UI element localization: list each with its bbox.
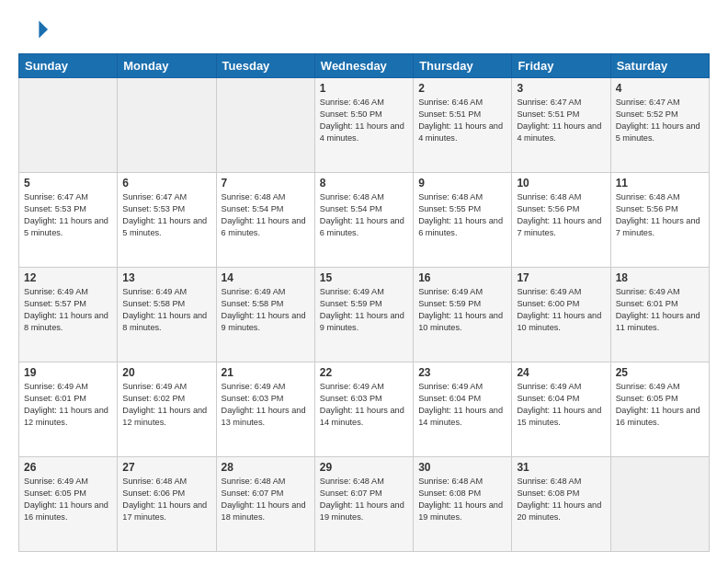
day-number: 19 [24, 366, 112, 379]
page: SundayMondayTuesdayWednesdayThursdayFrid… [0, 0, 728, 563]
day-info: Sunrise: 6:49 AM Sunset: 6:03 PM Dayligh… [320, 381, 408, 429]
calendar-week-row: 1Sunrise: 6:46 AM Sunset: 5:50 PM Daylig… [19, 78, 710, 173]
calendar-day-header: Tuesday [216, 54, 314, 78]
day-info: Sunrise: 6:49 AM Sunset: 6:01 PM Dayligh… [24, 381, 112, 429]
day-number: 9 [418, 177, 506, 190]
calendar-day-cell: 30Sunrise: 6:48 AM Sunset: 6:08 PM Dayli… [414, 457, 512, 552]
calendar-day-header: Monday [118, 54, 216, 78]
calendar-day-header: Friday [512, 54, 610, 78]
calendar-day-cell: 6Sunrise: 6:47 AM Sunset: 5:53 PM Daylig… [118, 173, 216, 268]
calendar-day-cell: 18Sunrise: 6:49 AM Sunset: 6:01 PM Dayli… [610, 268, 709, 362]
day-info: Sunrise: 6:49 AM Sunset: 6:05 PM Dayligh… [24, 476, 112, 523]
day-info: Sunrise: 6:49 AM Sunset: 6:04 PM Dayligh… [517, 381, 605, 429]
day-info: Sunrise: 6:49 AM Sunset: 6:02 PM Dayligh… [122, 381, 210, 429]
day-number: 21 [222, 366, 310, 379]
day-info: Sunrise: 6:48 AM Sunset: 6:07 PM Dayligh… [320, 476, 408, 523]
calendar-day-cell: 14Sunrise: 6:49 AM Sunset: 5:58 PM Dayli… [216, 268, 314, 362]
day-number: 4 [616, 82, 704, 95]
calendar-day-cell: 27Sunrise: 6:48 AM Sunset: 6:06 PM Dayli… [118, 457, 216, 552]
day-info: Sunrise: 6:48 AM Sunset: 5:54 PM Dayligh… [222, 191, 310, 239]
calendar-header-row: SundayMondayTuesdayWednesdayThursdayFrid… [19, 54, 710, 78]
day-number: 8 [320, 177, 408, 190]
day-info: Sunrise: 6:49 AM Sunset: 6:04 PM Dayligh… [418, 381, 506, 429]
calendar-day-cell: 29Sunrise: 6:48 AM Sunset: 6:07 PM Dayli… [314, 457, 413, 552]
calendar-day-cell: 8Sunrise: 6:48 AM Sunset: 5:54 PM Daylig… [314, 173, 413, 268]
calendar-day-cell: 10Sunrise: 6:48 AM Sunset: 5:56 PM Dayli… [512, 173, 610, 268]
day-number: 11 [616, 177, 704, 190]
day-number: 5 [24, 177, 112, 190]
day-info: Sunrise: 6:49 AM Sunset: 6:00 PM Dayligh… [517, 286, 605, 334]
calendar-day-cell: 9Sunrise: 6:48 AM Sunset: 5:55 PM Daylig… [414, 173, 512, 268]
day-number: 1 [320, 82, 408, 95]
calendar-day-cell: 17Sunrise: 6:49 AM Sunset: 6:00 PM Dayli… [512, 268, 610, 362]
calendar-day-header: Wednesday [314, 54, 413, 78]
day-info: Sunrise: 6:47 AM Sunset: 5:53 PM Dayligh… [24, 191, 112, 239]
header [18, 15, 710, 44]
day-info: Sunrise: 6:48 AM Sunset: 6:08 PM Dayligh… [517, 476, 605, 523]
day-number: 20 [122, 366, 210, 379]
calendar-day-cell: 23Sunrise: 6:49 AM Sunset: 6:04 PM Dayli… [414, 362, 512, 457]
calendar-day-cell: 24Sunrise: 6:49 AM Sunset: 6:04 PM Dayli… [512, 362, 610, 457]
day-info: Sunrise: 6:48 AM Sunset: 6:06 PM Dayligh… [122, 476, 210, 523]
day-info: Sunrise: 6:47 AM Sunset: 5:53 PM Dayligh… [122, 191, 210, 239]
calendar-day-cell: 19Sunrise: 6:49 AM Sunset: 6:01 PM Dayli… [19, 362, 118, 457]
calendar-day-cell: 21Sunrise: 6:49 AM Sunset: 6:03 PM Dayli… [216, 362, 314, 457]
calendar-day-header: Sunday [19, 54, 118, 78]
day-info: Sunrise: 6:48 AM Sunset: 6:08 PM Dayligh… [418, 476, 506, 523]
calendar-day-header: Saturday [610, 54, 709, 78]
day-info: Sunrise: 6:48 AM Sunset: 6:07 PM Dayligh… [222, 476, 310, 523]
day-number: 16 [418, 271, 506, 284]
day-info: Sunrise: 6:49 AM Sunset: 6:01 PM Dayligh… [616, 286, 704, 334]
calendar-day-header: Thursday [414, 54, 512, 78]
day-number: 30 [418, 461, 506, 474]
day-number: 15 [320, 271, 408, 284]
calendar-table: SundayMondayTuesdayWednesdayThursdayFrid… [18, 53, 710, 552]
day-number: 29 [320, 461, 408, 474]
day-info: Sunrise: 6:49 AM Sunset: 5:59 PM Dayligh… [320, 286, 408, 334]
day-info: Sunrise: 6:47 AM Sunset: 5:51 PM Dayligh… [517, 97, 605, 144]
day-info: Sunrise: 6:49 AM Sunset: 6:03 PM Dayligh… [222, 381, 310, 429]
logo-icon [18, 15, 48, 44]
day-number: 25 [616, 366, 704, 379]
day-number: 14 [222, 271, 310, 284]
calendar-day-cell: 3Sunrise: 6:47 AM Sunset: 5:51 PM Daylig… [512, 78, 610, 173]
day-number: 12 [24, 271, 112, 284]
day-number: 2 [418, 82, 506, 95]
calendar-day-cell: 15Sunrise: 6:49 AM Sunset: 5:59 PM Dayli… [314, 268, 413, 362]
day-number: 17 [517, 271, 605, 284]
day-number: 26 [24, 461, 112, 474]
day-info: Sunrise: 6:49 AM Sunset: 6:05 PM Dayligh… [616, 381, 704, 429]
day-number: 23 [418, 366, 506, 379]
day-info: Sunrise: 6:48 AM Sunset: 5:55 PM Dayligh… [418, 191, 506, 239]
calendar-week-row: 26Sunrise: 6:49 AM Sunset: 6:05 PM Dayli… [19, 457, 710, 552]
calendar-day-cell: 2Sunrise: 6:46 AM Sunset: 5:51 PM Daylig… [414, 78, 512, 173]
day-number: 13 [122, 271, 210, 284]
calendar-day-cell: 5Sunrise: 6:47 AM Sunset: 5:53 PM Daylig… [19, 173, 118, 268]
day-info: Sunrise: 6:46 AM Sunset: 5:50 PM Dayligh… [320, 97, 408, 144]
day-number: 24 [517, 366, 605, 379]
calendar-week-row: 12Sunrise: 6:49 AM Sunset: 5:57 PM Dayli… [19, 268, 710, 362]
day-number: 10 [517, 177, 605, 190]
calendar-day-cell: 12Sunrise: 6:49 AM Sunset: 5:57 PM Dayli… [19, 268, 118, 362]
logo [18, 15, 51, 44]
day-info: Sunrise: 6:48 AM Sunset: 5:56 PM Dayligh… [517, 191, 605, 239]
day-number: 7 [222, 177, 310, 190]
calendar-day-cell: 25Sunrise: 6:49 AM Sunset: 6:05 PM Dayli… [610, 362, 709, 457]
day-number: 28 [222, 461, 310, 474]
day-number: 22 [320, 366, 408, 379]
calendar-day-cell: 22Sunrise: 6:49 AM Sunset: 6:03 PM Dayli… [314, 362, 413, 457]
calendar-day-cell: 1Sunrise: 6:46 AM Sunset: 5:50 PM Daylig… [314, 78, 413, 173]
calendar-week-row: 19Sunrise: 6:49 AM Sunset: 6:01 PM Dayli… [19, 362, 710, 457]
calendar-day-cell: 28Sunrise: 6:48 AM Sunset: 6:07 PM Dayli… [216, 457, 314, 552]
day-info: Sunrise: 6:48 AM Sunset: 5:56 PM Dayligh… [616, 191, 704, 239]
calendar-day-cell: 13Sunrise: 6:49 AM Sunset: 5:58 PM Dayli… [118, 268, 216, 362]
calendar-day-cell: 20Sunrise: 6:49 AM Sunset: 6:02 PM Dayli… [118, 362, 216, 457]
day-number: 31 [517, 461, 605, 474]
day-info: Sunrise: 6:49 AM Sunset: 5:59 PM Dayligh… [418, 286, 506, 334]
day-number: 27 [122, 461, 210, 474]
day-info: Sunrise: 6:49 AM Sunset: 5:57 PM Dayligh… [24, 286, 112, 334]
calendar-day-cell: 7Sunrise: 6:48 AM Sunset: 5:54 PM Daylig… [216, 173, 314, 268]
day-info: Sunrise: 6:47 AM Sunset: 5:52 PM Dayligh… [616, 97, 704, 144]
calendar-day-cell [216, 78, 314, 173]
svg-marker-0 [39, 20, 48, 38]
